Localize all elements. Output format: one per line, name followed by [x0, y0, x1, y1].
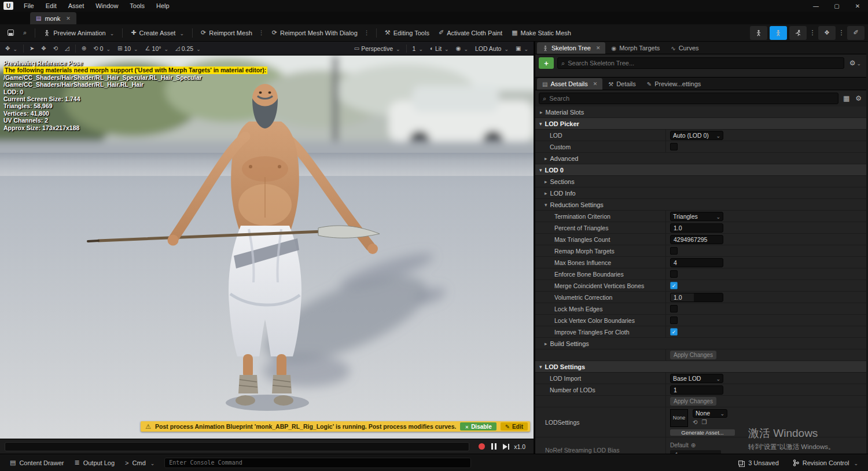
preview-animation-button[interactable]: Preview Animation — [39, 26, 118, 40]
lodsettings-dropdown[interactable]: None — [693, 409, 727, 418]
expand-arrow-icon[interactable]: ▾ — [539, 121, 542, 127]
close-tab-icon[interactable]: ✕ — [593, 81, 598, 87]
row-lock-mesh-edges[interactable]: Lock Mesh Edges — [535, 303, 866, 315]
snap-0-25-dropdown[interactable]: ◿0.25 — [172, 43, 204, 54]
snap-10-dropdown[interactable]: ⊞10 — [115, 43, 141, 54]
find-in-content-browser-button[interactable]: ⌕ — [19, 26, 31, 40]
toolbar-overflow-dots[interactable]: ⋮ — [809, 26, 816, 40]
step-forward-button[interactable] — [503, 444, 507, 450]
rotate-tool-button[interactable]: ⟲ — [50, 43, 61, 54]
menu-asset[interactable]: Asset — [62, 0, 90, 12]
merge-coincident-vertices-bones-checkbox[interactable]: ✓ — [670, 282, 678, 289]
preview-scene-button[interactable] — [750, 26, 767, 40]
expand-arrow-icon[interactable]: ▸ — [540, 109, 543, 115]
row-apply-changes[interactable]: Apply Changes — [535, 396, 866, 407]
menu-help[interactable]: Help — [150, 0, 175, 12]
row-reduction-settings[interactable]: ▾Reduction Settings — [535, 199, 866, 211]
content-drawer-button[interactable]: ▤Content Drawer — [5, 454, 69, 471]
screen-percentage-dropdown[interactable]: 1 — [410, 43, 426, 54]
edit-postprocess-button[interactable]: ✎Edit — [501, 422, 528, 430]
create-asset-button[interactable]: ✚Create Asset — [127, 26, 188, 40]
category-lod-settings[interactable]: ▾LOD Settings — [535, 361, 866, 373]
view-mode-dropdown[interactable]: ◐Lit — [427, 43, 452, 54]
move-tool-button[interactable]: ✥ — [38, 43, 49, 54]
tab-skeleton-tree[interactable]: Skeleton Tree✕ — [537, 42, 605, 54]
editor-modes-button[interactable]: ✐ — [847, 26, 865, 40]
skeleton-tree-body[interactable] — [535, 72, 866, 78]
gear-icon[interactable]: ⚙ — [854, 94, 863, 102]
noref-value-input[interactable]: -1 — [670, 450, 721, 454]
row-sections[interactable]: ▸Sections — [535, 176, 866, 187]
max-bones-influence-input[interactable]: 4 — [670, 258, 723, 267]
revision-control-button[interactable]: Revision Control — [788, 459, 863, 466]
expand-arrow-icon[interactable]: ▸ — [545, 190, 547, 196]
row-max-bones-influence[interactable]: Max Bones Influence4 — [535, 257, 866, 268]
viewport-scene[interactable]: Previewing Reference Pose The following … — [0, 56, 534, 439]
transform-gizmo-button[interactable]: ✥ — [2, 43, 20, 54]
snap-10-dropdown[interactable]: ∠10° — [142, 43, 171, 54]
row-lod-info[interactable]: ▸LOD Info — [535, 187, 866, 199]
skeleton-settings-button[interactable]: ⚙ — [848, 59, 863, 67]
select-tool-button[interactable]: ➤ — [27, 43, 37, 54]
skeleton-search-input[interactable] — [568, 60, 840, 67]
editing-tools-button[interactable]: ⚒Editing Tools — [381, 26, 433, 40]
expand-arrow-icon[interactable]: ▸ — [545, 156, 547, 161]
lock-vertex-color-boundaries-checkbox[interactable] — [670, 317, 678, 324]
expand-arrow-icon[interactable]: ▾ — [545, 202, 547, 208]
row-max-triangles-count[interactable]: Max Triangles Count4294967295 — [535, 234, 866, 245]
browse-asset-icon[interactable]: ❐ — [701, 419, 707, 425]
camera-options-button[interactable]: ▣ — [513, 43, 531, 54]
number-of-lods-input[interactable]: 1 — [670, 385, 723, 395]
activate-cloth-paint-button[interactable]: ✐Activate Cloth Paint — [435, 26, 506, 40]
row-number-of-lods[interactable]: Number of LODs1 — [535, 384, 866, 396]
generate-asset-button[interactable]: Generate Asset... — [670, 429, 735, 436]
custom-checkbox[interactable] — [670, 143, 678, 150]
lod-auto-dropdown[interactable]: LOD Auto — [472, 43, 512, 54]
apply-changes-button[interactable]: Apply Changes — [670, 397, 716, 406]
unreal-logo-icon[interactable]: U — [3, 2, 13, 10]
row-remap-morph-targets[interactable]: Remap Morph Targets — [535, 245, 866, 257]
maximize-button[interactable]: ▢ — [826, 0, 847, 12]
row-build-settings[interactable]: ▸Build Settings — [535, 338, 866, 349]
perspective-dropdown[interactable]: ▭Perspective — [351, 43, 403, 54]
row-custom[interactable]: Custom — [535, 141, 866, 153]
row-lod-import[interactable]: LOD ImportBase LOD — [535, 373, 866, 384]
noref-default-dropdown[interactable]: Default⊕ — [670, 441, 696, 449]
lodsettings-thumbnail[interactable]: None — [670, 409, 688, 427]
category-lod-picker[interactable]: ▾LOD Picker — [535, 118, 866, 130]
row-material-slots[interactable]: ▸Material Slots — [535, 106, 866, 118]
close-tab-icon[interactable]: ✕ — [596, 45, 601, 51]
termination-criterion-dropdown[interactable]: Triangles — [670, 212, 723, 221]
tab-asset-details[interactable]: ▤Asset Details✕ — [537, 78, 602, 90]
lock-mesh-edges-checkbox[interactable] — [670, 305, 678, 312]
row-advanced[interactable]: ▸Advanced — [535, 153, 866, 164]
expand-arrow-icon[interactable]: ▸ — [545, 341, 547, 347]
record-button[interactable] — [479, 443, 485, 450]
column-view-icon[interactable]: ▦ — [842, 94, 851, 102]
row-lock-vertex-color-boundaries[interactable]: Lock Vertex Color Boundaries — [535, 315, 866, 326]
show-flags-button[interactable]: ◉ — [453, 43, 471, 54]
category-lod-0[interactable]: ▾LOD 0 — [535, 164, 866, 176]
tab-morph-targets[interactable]: ◉Morph Targets — [606, 42, 665, 54]
character-button[interactable] — [770, 26, 787, 40]
create-sequence-button[interactable]: ❖ — [818, 26, 836, 40]
menu-file[interactable]: File — [18, 0, 40, 12]
reimport-mesh-button[interactable]: ⟳Reimport Mesh — [197, 26, 256, 40]
menu-tools[interactable]: Tools — [124, 0, 150, 12]
volumetric-correction-input[interactable]: 1.0 — [670, 293, 723, 302]
reimport-mesh-with-dialog-button[interactable]: ⟳Reimport Mesh With Dialog — [268, 26, 362, 40]
details-search-input[interactable] — [549, 95, 834, 102]
disable-postprocess-button[interactable]: Disable — [460, 422, 496, 430]
save-button[interactable] — [3, 26, 18, 40]
retarget-sources-button[interactable] — [789, 26, 807, 40]
row-enforce-bone-boundaries[interactable]: Enforce Bone Boundaries — [535, 268, 866, 280]
lod-import-dropdown[interactable]: Base LOD — [670, 374, 723, 383]
tab-preview-ettings[interactable]: ✎Preview...ettings — [642, 78, 706, 90]
playback-speed[interactable]: x1.0 — [514, 443, 525, 450]
close-button[interactable]: ✕ — [847, 0, 868, 12]
output-log-button[interactable]: ≣Output Log — [69, 454, 120, 471]
row-percent-of-triangles[interactable]: Percent of Triangles1.0 — [535, 222, 866, 234]
sequence-overflow-dots[interactable]: ⋮ — [838, 26, 845, 40]
minimize-button[interactable]: — — [806, 0, 826, 12]
pause-button[interactable] — [491, 443, 496, 450]
